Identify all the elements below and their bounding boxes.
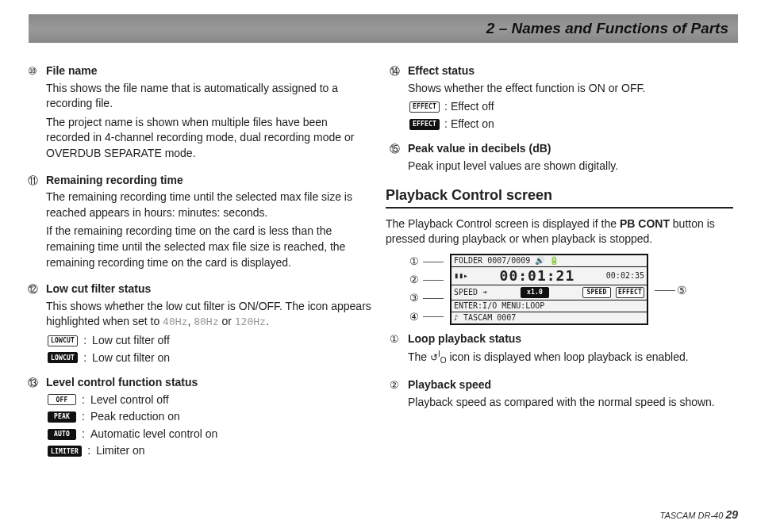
icon-line: OFF : Level control off <box>48 392 371 408</box>
item-title: Playback speed <box>408 377 733 393</box>
item-body: Level control function status OFF : Leve… <box>46 375 371 461</box>
lcd-badges: SPEED EFFECT <box>582 287 644 298</box>
item-para: The project name is shown when multiple … <box>46 115 371 162</box>
lcd-row-hints: ENTER:I/O MENU:LOOP <box>452 300 647 312</box>
lcd-diagram: ① ② ③ ④ FOLDER 0007/0009 🔊 🔋 ▮▮▸ 00:01:2… <box>409 254 733 325</box>
item-marker: ⑩ <box>24 64 41 165</box>
right-column: ⑭ Effect status Shows whether the effect… <box>386 63 733 469</box>
lcd-screen: FOLDER 0007/0009 🔊 🔋 ▮▮▸ 00:01:21 00:02:… <box>450 254 648 325</box>
item-title: Loop playback status <box>408 331 733 347</box>
callout-marker: ② <box>409 273 444 287</box>
page-footer: TASCAM DR-40 29 <box>659 508 738 521</box>
item-para: The remaining recording time until the s… <box>46 189 371 220</box>
effect-on-icon: EFFECT <box>409 119 440 130</box>
lcd-row-time: ▮▮▸ 00:01:21 00:02:35 <box>452 267 647 285</box>
section-intro: The Playback Control screen is displayed… <box>386 216 733 247</box>
icon-line: LOWCUT : Low cut filter off <box>48 333 371 349</box>
item-marker: ⑬ <box>24 376 41 461</box>
icon-line: LOWCUT : Low cut filter on <box>48 350 371 366</box>
freq-option: 80Hz <box>194 316 218 327</box>
lcd-row-folder: FOLDER 0007/0009 🔊 🔋 <box>452 255 647 267</box>
auto-level-icon: AUTO <box>48 429 76 440</box>
icon-text: Level control off <box>90 392 169 408</box>
lcd-row-filename: ♪ TASCAM 0007 <box>452 312 647 323</box>
callout-marker: ③ <box>409 291 444 305</box>
page-number: 29 <box>725 508 738 521</box>
list-item: ① Loop playback status The ↺IO icon is d… <box>386 331 733 369</box>
item-para: Playback speed as compared with the norm… <box>408 395 733 411</box>
icon-line: EFFECT : Effect off <box>409 99 733 115</box>
content-columns: ⑩ File name This shows the file name tha… <box>24 14 733 469</box>
item-marker: ⑭ <box>386 64 403 133</box>
limiter-icon: LIMITER <box>48 446 82 457</box>
callout-marker: ① <box>409 255 444 269</box>
speed-label: SPEED ➔ <box>454 289 487 297</box>
chapter-title: 2 – Names and Functions of Parts <box>486 20 728 37</box>
item-para: If the remaining recording time on the c… <box>46 224 371 270</box>
item-marker: ② <box>386 378 403 413</box>
icon-line: LIMITER : Limiter on <box>48 443 371 459</box>
lcd-row-speed: SPEED ➔ x1.0 SPEED EFFECT <box>452 285 647 300</box>
item-marker: ⑪ <box>24 174 41 274</box>
level-off-icon: OFF <box>48 394 76 405</box>
lcd-callouts-left: ① ② ③ ④ <box>409 255 444 324</box>
item-title: Peak value in decibels (dB) <box>408 141 733 157</box>
loop-icon: ↺IO <box>430 352 447 363</box>
item-body: Loop playback status The ↺IO icon is dis… <box>408 331 733 369</box>
list-item: ⑩ File name This shows the file name tha… <box>24 63 371 165</box>
total-time: 00:02:35 <box>606 272 644 280</box>
item-para: The ↺IO icon is displayed when loop play… <box>408 349 733 366</box>
speed-value: x1.0 <box>521 287 549 298</box>
item-marker: ⑮ <box>386 142 403 177</box>
item-marker: ⑫ <box>24 282 41 367</box>
play-state-icon: ▮▮▸ <box>454 272 468 280</box>
icon-text: : Effect on <box>444 117 494 132</box>
speed-badge-icon: SPEED <box>582 287 611 298</box>
callout-marker: ⑤ <box>655 283 689 299</box>
left-column: ⑩ File name This shows the file name tha… <box>24 63 371 469</box>
item-body: Low cut filter status This shows whether… <box>46 281 371 367</box>
list-item: ⑮ Peak value in decibels (dB) Peak input… <box>386 141 733 177</box>
icon-text: : Effect off <box>444 99 494 115</box>
item-para: This shows the file name that is automat… <box>46 81 371 112</box>
icon-line: EFFECT : Effect on <box>409 117 733 132</box>
icon-line: AUTO : Automatic level control on <box>48 427 371 442</box>
pb-cont-button-ref: PB CONT <box>620 217 670 230</box>
list-item: ② Playback speed Playback speed as compa… <box>386 377 733 413</box>
lcd-callouts-right: ⑤ <box>655 280 689 298</box>
list-item: ⑪ Remaining recording time The remaining… <box>24 173 371 274</box>
item-body: Remaining recording time The remaining r… <box>46 173 371 274</box>
item-title: Effect status <box>408 63 733 79</box>
effect-off-icon: EFFECT <box>409 101 440 113</box>
callout-marker: ④ <box>409 310 444 324</box>
peak-reduction-icon: PEAK <box>48 411 76 423</box>
item-body: Playback speed Playback speed as compare… <box>408 377 733 413</box>
product-name: TASCAM DR-40 <box>659 511 723 520</box>
icon-text: Low cut filter off <box>92 333 170 349</box>
effect-badge-icon: EFFECT <box>616 287 644 298</box>
lowcut-on-icon: LOWCUT <box>48 352 78 363</box>
icon-text: Peak reduction on <box>90 409 180 425</box>
elapsed-time: 00:01:21 <box>500 269 575 283</box>
icon-text: Automatic level control on <box>90 427 217 442</box>
list-item: ⑫ Low cut filter status This shows wheth… <box>24 281 371 367</box>
header-bar: 2 – Names and Functions of Parts <box>29 14 738 43</box>
item-body: Peak value in decibels (dB) Peak input l… <box>408 141 733 177</box>
section-heading: Playback Control screen <box>386 186 733 209</box>
item-body: File name This shows the file name that … <box>46 63 371 165</box>
icon-text: Limiter on <box>96 443 144 459</box>
freq-option: 40Hz <box>163 316 187 327</box>
item-title: Level control function status <box>46 375 371 391</box>
item-para: Peak input level values are shown digita… <box>408 159 733 174</box>
icon-text: Low cut filter on <box>92 350 170 366</box>
list-item: ⑬ Level control function status OFF : Le… <box>24 375 371 461</box>
item-title: Remaining recording time <box>46 173 371 189</box>
freq-option: 120Hz <box>235 316 266 327</box>
item-para: This shows whether the low cut filter is… <box>46 299 371 330</box>
icon-line: PEAK : Peak reduction on <box>48 409 371 425</box>
item-title: Low cut filter status <box>46 281 371 297</box>
lowcut-off-icon: LOWCUT <box>48 335 78 346</box>
page: 2 – Names and Functions of Parts ⑩ File … <box>0 0 757 532</box>
item-body: Effect status Shows whether the effect f… <box>408 63 733 133</box>
item-para: Shows whether the effect function is ON … <box>408 81 733 97</box>
